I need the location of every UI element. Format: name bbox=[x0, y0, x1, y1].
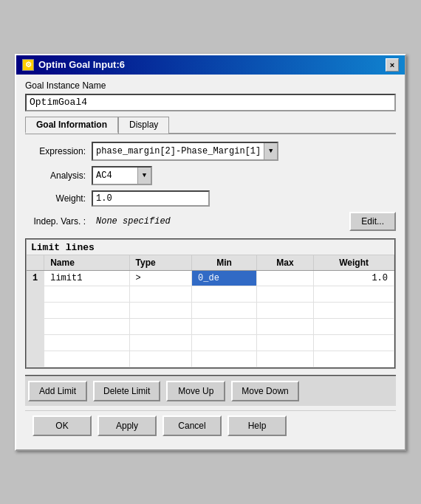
ok-button[interactable]: OK bbox=[32, 415, 92, 436]
weight-row: Weight: bbox=[25, 190, 396, 207]
footer-buttons-bar: OK Apply Cancel Help bbox=[25, 410, 396, 442]
expression-label: Expression: bbox=[25, 146, 92, 156]
action-buttons-bar: Add Limit Delete Limit Move Up Move Down bbox=[25, 375, 396, 406]
window-content: Goal Instance Name Goal Information Disp… bbox=[16, 75, 405, 449]
row-num-cell: 1 bbox=[27, 270, 44, 286]
empty-row-2 bbox=[27, 302, 394, 318]
empty-name bbox=[44, 286, 129, 302]
weight-input[interactable] bbox=[92, 190, 210, 207]
close-button[interactable]: × bbox=[386, 58, 399, 72]
analysis-value: AC4 bbox=[93, 168, 137, 184]
limit-lines-title: Limit lines bbox=[27, 240, 394, 255]
analysis-arrow-icon[interactable]: ▼ bbox=[137, 168, 151, 184]
move-up-button[interactable]: Move Up bbox=[166, 381, 225, 401]
analysis-label: Analysis: bbox=[25, 170, 92, 181]
empty-weight bbox=[314, 286, 394, 302]
row-max-cell[interactable] bbox=[256, 270, 313, 286]
row-min-cell[interactable]: 0_de bbox=[192, 270, 257, 286]
expression-value: phase_margin[2]-Phase_Margin[1] bbox=[93, 143, 264, 159]
indep-vars-label: Indep. Vars. : bbox=[25, 216, 92, 227]
expression-row: Expression: phase_margin[2]-Phase_Margin… bbox=[25, 142, 396, 161]
edit-button[interactable]: Edit... bbox=[349, 212, 396, 231]
move-down-button[interactable]: Move Down bbox=[231, 381, 298, 401]
empty-max bbox=[256, 286, 313, 302]
analysis-dropdown[interactable]: AC4 ▼ bbox=[92, 166, 152, 185]
window-icon: ⚙ bbox=[22, 59, 34, 71]
header-min: Min bbox=[192, 255, 257, 271]
indep-vars-left: Indep. Vars. : None specified bbox=[25, 216, 171, 227]
row-weight-cell[interactable]: 1.0 bbox=[314, 270, 394, 286]
header-weight: Weight bbox=[314, 255, 394, 271]
indep-vars-value: None specified bbox=[96, 216, 171, 227]
title-bar: ⚙ Optim Goal Input:6 × bbox=[16, 55, 405, 75]
delete-limit-button[interactable]: Delete Limit bbox=[93, 381, 160, 401]
empty-row-3 bbox=[27, 318, 394, 334]
goal-instance-input[interactable] bbox=[25, 94, 396, 111]
add-limit-button[interactable]: Add Limit bbox=[28, 381, 87, 401]
empty-type bbox=[129, 286, 192, 302]
empty-row-4 bbox=[27, 334, 394, 351]
empty-min bbox=[192, 286, 257, 302]
tab-goal-information[interactable]: Goal Information bbox=[25, 117, 118, 134]
limit-table-body: 1 limit1 > 0_de 1.0 bbox=[27, 270, 394, 367]
tab-bar: Goal Information Display bbox=[25, 116, 396, 134]
main-window: ⚙ Optim Goal Input:6 × Goal Instance Nam… bbox=[15, 54, 406, 451]
row-type-cell[interactable]: > bbox=[129, 270, 192, 286]
help-button[interactable]: Help bbox=[227, 415, 287, 436]
row-name-cell[interactable]: limit1 bbox=[44, 270, 129, 286]
limit-table: Name Type Min Max Weight 1 limit1 > 0_de bbox=[27, 255, 394, 367]
expression-arrow-icon[interactable]: ▼ bbox=[264, 143, 277, 159]
header-name: Name bbox=[44, 255, 129, 271]
table-row[interactable]: 1 limit1 > 0_de 1.0 bbox=[27, 270, 394, 286]
weight-label: Weight: bbox=[25, 193, 92, 204]
empty-row-num bbox=[27, 286, 44, 302]
table-header-row: Name Type Min Max Weight bbox=[27, 255, 394, 271]
analysis-row: Analysis: AC4 ▼ bbox=[25, 166, 396, 185]
indep-vars-row: Indep. Vars. : None specified Edit... bbox=[25, 212, 396, 231]
title-bar-left: ⚙ Optim Goal Input:6 bbox=[22, 59, 125, 71]
header-max: Max bbox=[256, 255, 313, 271]
goal-instance-label: Goal Instance Name bbox=[25, 80, 396, 91]
header-row-num bbox=[27, 255, 44, 271]
empty-row-5 bbox=[27, 351, 394, 367]
window-title: Optim Goal Input:6 bbox=[38, 59, 125, 70]
expression-dropdown[interactable]: phase_margin[2]-Phase_Margin[1] ▼ bbox=[92, 142, 278, 161]
apply-button[interactable]: Apply bbox=[97, 415, 157, 436]
header-type: Type bbox=[129, 255, 192, 271]
tab-display[interactable]: Display bbox=[118, 117, 169, 134]
cancel-button[interactable]: Cancel bbox=[162, 415, 222, 436]
empty-row-1 bbox=[27, 286, 394, 302]
limit-lines-section: Limit lines Name Type Min Max Weight 1 bbox=[25, 238, 396, 369]
